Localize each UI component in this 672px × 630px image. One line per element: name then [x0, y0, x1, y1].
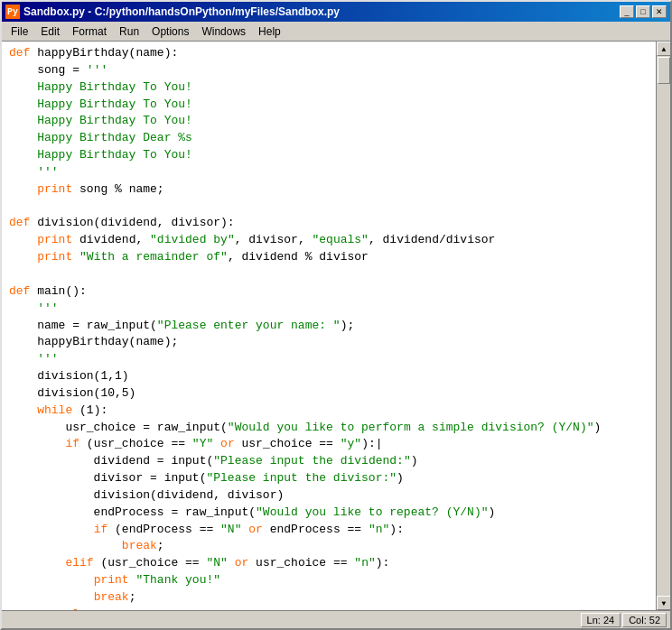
col-status: Col: 52 — [622, 613, 667, 627]
menu-windows[interactable]: Windows — [196, 23, 251, 40]
code-content: def happyBirthday(name): song = ''' Happ… — [9, 45, 649, 610]
menu-help[interactable]: Help — [253, 23, 286, 40]
menu-file[interactable]: File — [5, 23, 33, 40]
menu-bar: File Edit Format Run Options Windows Hel… — [2, 22, 670, 42]
window-title: Sandbox.py - C:/python/handsOnPython/myF… — [23, 5, 340, 18]
main-window: Py Sandbox.py - C:/python/handsOnPython/… — [0, 0, 672, 630]
title-bar: Py Sandbox.py - C:/python/handsOnPython/… — [2, 2, 670, 22]
menu-edit[interactable]: Edit — [35, 23, 65, 40]
scrollbar-thumb[interactable] — [658, 57, 670, 84]
scrollbar-track[interactable] — [657, 56, 670, 596]
menu-run[interactable]: Run — [114, 23, 145, 40]
minimize-button[interactable]: _ — [620, 5, 634, 18]
menu-format[interactable]: Format — [67, 23, 112, 40]
vertical-scrollbar[interactable]: ▲ ▼ — [656, 42, 670, 610]
title-controls: _ □ ✕ — [620, 5, 667, 18]
title-bar-left: Py Sandbox.py - C:/python/handsOnPython/… — [5, 5, 340, 19]
line-status: Ln: 24 — [581, 613, 621, 627]
status-bar: Ln: 24 Col: 52 — [2, 610, 670, 628]
close-button[interactable]: ✕ — [652, 5, 667, 18]
app-icon: Py — [5, 5, 20, 19]
maximize-button[interactable]: □ — [636, 5, 650, 18]
scroll-down-button[interactable]: ▼ — [657, 596, 670, 610]
menu-options[interactable]: Options — [146, 23, 194, 40]
scroll-up-button[interactable]: ▲ — [657, 42, 670, 56]
editor-area: def happyBirthday(name): song = ''' Happ… — [2, 42, 670, 610]
code-editor[interactable]: def happyBirthday(name): song = ''' Happ… — [2, 42, 656, 610]
